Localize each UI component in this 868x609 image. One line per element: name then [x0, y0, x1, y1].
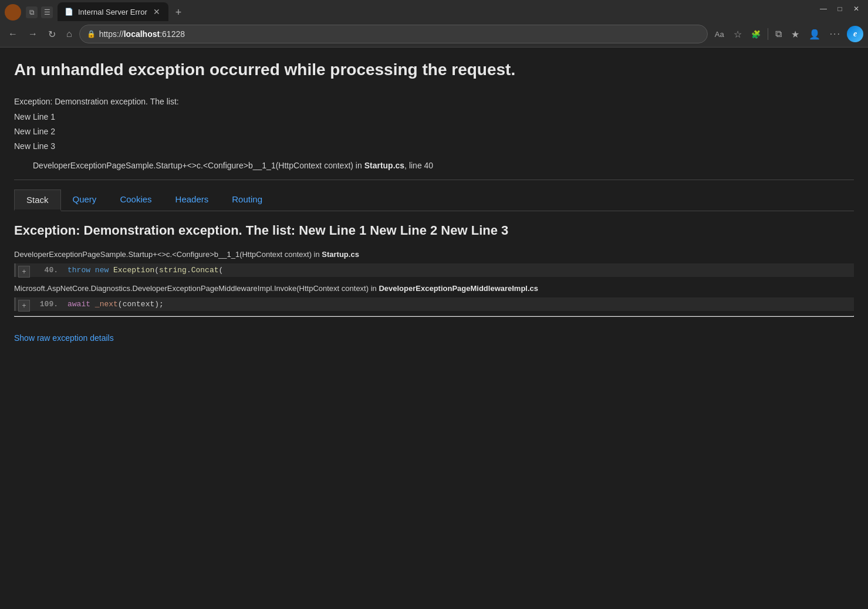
- location-line: , line 40: [404, 161, 433, 170]
- extensions-button[interactable]: 🧩: [748, 28, 764, 41]
- favorites-sidebar-icon[interactable]: ☰: [41, 6, 53, 18]
- page-title: An unhandled exception occurred while pr…: [14, 59, 854, 80]
- exception-message-line3: New Line 2: [14, 124, 854, 139]
- address-bar[interactable]: 🔒 https://localhost:61228: [79, 25, 708, 43]
- tab-close-button[interactable]: ✕: [152, 7, 161, 16]
- more-button[interactable]: ···: [826, 26, 845, 42]
- code-text-2: await _next(context);: [67, 300, 164, 309]
- stack-frame-2-header: Microsoft.AspNetCore.Diagnostics.Develop…: [14, 282, 854, 295]
- code-line-1: + 40. throw new Exception(string.Concat(: [16, 263, 854, 277]
- stack-frame-2: Microsoft.AspNetCore.Diagnostics.Develop…: [14, 282, 854, 311]
- exception-message-line4: New Line 3: [14, 139, 854, 154]
- edge-icon: e: [847, 26, 863, 42]
- code-line-2: + 109. await _next(context);: [16, 297, 854, 311]
- window-controls: — □ ✕: [819, 5, 861, 13]
- nav-bar: ← → ↻ ⌂ 🔒 https://localhost:61228 Aa ☆ 🧩…: [0, 21, 868, 47]
- location-file: Startup.cs: [364, 161, 404, 170]
- stack-frame-1-file: Startup.cs: [322, 250, 359, 259]
- refresh-button[interactable]: ↻: [45, 26, 59, 42]
- title-bar: ⧉ ☰ 📄 Internal Server Error ✕ + — □ ✕: [0, 0, 868, 21]
- minimize-button[interactable]: —: [819, 5, 828, 13]
- tab-favicon: 📄: [65, 8, 73, 16]
- code-text-1: throw new Exception(string.Concat(: [67, 266, 223, 275]
- exception-location: DeveloperExceptionPageSample.Startup+<>c…: [33, 161, 854, 170]
- stack-frame-1-code: + 40. throw new Exception(string.Concat(: [14, 263, 854, 277]
- frame1-expand-button[interactable]: +: [18, 266, 30, 278]
- profile-icon[interactable]: [5, 4, 21, 21]
- location-text: DeveloperExceptionPageSample.Startup+<>c…: [33, 161, 364, 170]
- split-screen-button[interactable]: ⧉: [772, 26, 785, 42]
- stack-frame-2-file: DeveloperExceptionPageMiddlewareImpl.cs: [379, 284, 538, 293]
- maximize-button[interactable]: □: [835, 5, 845, 13]
- divider-after-location: [14, 180, 854, 180]
- exception-message-line2: New Line 1: [14, 110, 854, 124]
- frame2-expand-button[interactable]: +: [18, 300, 30, 312]
- home-button[interactable]: ⌂: [63, 26, 76, 42]
- stack-frame-1: DeveloperExceptionPageSample.Startup+<>c…: [14, 248, 854, 277]
- line-number-1: 40.: [35, 266, 58, 275]
- divider-after-frames: [14, 316, 854, 317]
- account-button[interactable]: 👤: [805, 26, 824, 42]
- url-text: https://localhost:61228: [99, 29, 700, 39]
- stack-frame-2-code: + 109. await _next(context);: [14, 297, 854, 311]
- tab-title: Internal Server Error: [78, 8, 147, 16]
- collections-button[interactable]: ★: [788, 26, 803, 42]
- stack-section: Exception: Demonstration exception. The …: [14, 211, 854, 354]
- tabs-area: 📄 Internal Server Error ✕ +: [58, 4, 863, 21]
- tab-query[interactable]: Query: [61, 190, 109, 211]
- tab-bar: Stack Query Cookies Headers Routing: [14, 190, 854, 211]
- favorites-button[interactable]: ☆: [730, 26, 745, 42]
- stack-section-title: Exception: Demonstration exception. The …: [14, 223, 854, 238]
- back-button[interactable]: ←: [5, 26, 21, 42]
- reader-mode-button[interactable]: Aa: [711, 28, 728, 41]
- stack-frame-1-header: DeveloperExceptionPageSample.Startup+<>c…: [14, 248, 854, 261]
- show-raw-exception-link[interactable]: Show raw exception details: [14, 333, 114, 343]
- browser-chrome: ⧉ ☰ 📄 Internal Server Error ✕ + — □ ✕ ← …: [0, 0, 868, 48]
- line-number-2: 109.: [35, 300, 58, 309]
- nav-actions: Aa ☆ 🧩 ⧉ ★ 👤 ··· e: [711, 26, 863, 42]
- tab-routing[interactable]: Routing: [220, 190, 274, 211]
- lock-icon: 🔒: [87, 30, 96, 38]
- exception-message-line1: Exception: Demonstration exception. The …: [14, 94, 854, 109]
- divider-icon: [768, 28, 768, 40]
- tab-headers[interactable]: Headers: [164, 190, 221, 211]
- page-content: An unhandled exception occurred while pr…: [0, 48, 868, 609]
- close-window-button[interactable]: ✕: [852, 5, 861, 13]
- forward-button[interactable]: →: [25, 26, 41, 42]
- new-tab-button[interactable]: +: [171, 4, 187, 21]
- tab-cookies[interactable]: Cookies: [108, 190, 163, 211]
- browser-tab-active[interactable]: 📄 Internal Server Error ✕: [58, 2, 168, 21]
- workspaces-icon[interactable]: ⧉: [26, 6, 38, 18]
- tab-stack[interactable]: Stack: [14, 190, 61, 211]
- exception-info: Exception: Demonstration exception. The …: [14, 94, 854, 154]
